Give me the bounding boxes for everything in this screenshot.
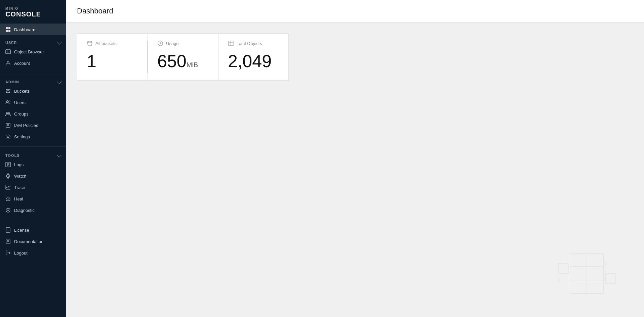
svg-point-12 [8, 112, 10, 114]
svg-point-28 [6, 208, 10, 212]
sidebar-item-iam-policies-label: IAM Policies [14, 123, 38, 128]
svg-point-50 [557, 279, 560, 281]
svg-rect-22 [7, 174, 9, 174]
sidebar-section-admin-header: ADMIN [0, 77, 66, 85]
usage-icon [157, 40, 163, 46]
all-buckets-label: All buckets [95, 41, 117, 46]
total-objects-icon [228, 40, 234, 46]
svg-rect-40 [229, 41, 233, 46]
groups-icon [5, 111, 11, 117]
divider-tools [0, 146, 66, 147]
sidebar-item-logout[interactable]: Logout [0, 247, 66, 259]
sidebar: MIN|O CONSOLE Dashboard USER [0, 0, 66, 317]
svg-rect-13 [6, 123, 10, 127]
main-header: Dashboard [66, 0, 644, 22]
object-browser-icon [5, 49, 11, 54]
svg-rect-3 [8, 30, 10, 32]
users-icon [5, 100, 11, 105]
watch-icon [5, 173, 11, 179]
logout-icon [5, 250, 11, 256]
svg-point-16 [7, 136, 9, 138]
sidebar-item-buckets-label: Buckets [14, 89, 30, 94]
account-icon [5, 60, 11, 66]
card-all-buckets-title: All buckets [87, 40, 138, 46]
sidebar-item-diagnostic-label: Diagnostic [14, 208, 35, 213]
sidebar-item-documentation[interactable]: Documentation [0, 236, 66, 247]
card-usage-title: Usage [157, 40, 209, 46]
buckets-icon [5, 88, 11, 94]
sidebar-item-heal-label: Heal [14, 196, 23, 201]
sidebar-item-buckets[interactable]: Buckets [0, 85, 66, 97]
svg-point-7 [7, 61, 9, 63]
sidebar-item-dashboard-label: Dashboard [14, 27, 36, 32]
sidebar-item-heal[interactable]: Heal [0, 193, 66, 205]
sidebar-item-dashboard[interactable]: Dashboard [0, 24, 66, 35]
svg-rect-1 [8, 27, 10, 29]
logs-icon [5, 162, 11, 167]
sidebar-item-users[interactable]: Users [0, 97, 66, 108]
card-usage: Usage 650MiB [148, 33, 218, 81]
main-body: All buckets 1 Usage [66, 22, 644, 317]
watermark [550, 243, 624, 304]
admin-section-label: ADMIN [5, 80, 19, 84]
license-icon [5, 227, 11, 233]
sidebar-item-groups-label: Groups [14, 111, 29, 117]
sidebar-section-user-header: USER [0, 38, 66, 46]
cards-row: All buckets 1 Usage [77, 33, 633, 81]
sidebar-item-license[interactable]: License [0, 224, 66, 236]
usage-unit: MiB [187, 61, 198, 69]
sidebar-section-user: USER Object Browser Account [0, 35, 66, 72]
sidebar-item-settings[interactable]: Settings [0, 131, 66, 142]
svg-point-49 [604, 262, 607, 265]
divider-admin [0, 73, 66, 73]
sidebar-item-groups[interactable]: Groups [0, 108, 66, 120]
iam-policies-icon [5, 123, 11, 128]
tools-section-label: TOOLS [5, 153, 20, 157]
divider-bottom [0, 220, 66, 220]
user-section-chevron [57, 40, 62, 44]
usage-value: 650MiB [157, 52, 209, 71]
user-section-label: USER [5, 41, 17, 45]
total-objects-label: Total Objects [237, 41, 262, 46]
diagnostic-icon [5, 208, 11, 213]
page-title: Dashboard [77, 7, 633, 15]
sidebar-item-logs-label: Logs [14, 162, 24, 167]
sidebar-item-diagnostic[interactable]: Diagnostic [0, 205, 66, 216]
sidebar-item-settings-label: Settings [14, 134, 30, 139]
main-content: Dashboard All buckets 1 [66, 0, 644, 317]
svg-rect-47 [558, 263, 568, 273]
sidebar-item-watch-label: Watch [14, 174, 26, 179]
svg-rect-2 [6, 30, 8, 32]
trace-icon [5, 185, 11, 190]
sidebar-item-trace[interactable]: Trace [0, 182, 66, 193]
card-all-buckets: All buckets 1 [77, 33, 148, 81]
svg-rect-48 [605, 273, 615, 283]
sidebar-item-logs[interactable]: Logs [0, 159, 66, 170]
sidebar-item-watch[interactable]: Watch [0, 170, 66, 182]
sidebar-item-license-label: License [14, 228, 29, 233]
heal-icon [5, 196, 11, 201]
sidebar-item-account-label: Account [14, 61, 30, 66]
sidebar-section-admin: ADMIN Buckets Users [0, 75, 66, 145]
logo-main: CONSOLE [5, 10, 61, 18]
sidebar-item-iam-policies[interactable]: IAM Policies [0, 120, 66, 131]
admin-section-chevron [57, 79, 62, 84]
logo-subtext: MIN|O [5, 7, 61, 10]
sidebar-item-account[interactable]: Account [0, 57, 66, 69]
sidebar-bottom-section: License Documentation Logout [0, 222, 66, 261]
settings-icon [5, 134, 11, 139]
svg-rect-23 [7, 178, 9, 178]
sidebar-item-trace-label: Trace [14, 185, 25, 190]
svg-point-10 [9, 101, 10, 102]
sidebar-item-logout-label: Logout [14, 251, 28, 256]
tools-section-chevron [57, 152, 62, 157]
documentation-icon [5, 239, 11, 244]
dashboard-icon [5, 27, 11, 32]
sidebar-section-tools: TOOLS Logs [0, 148, 66, 219]
svg-rect-0 [6, 27, 8, 29]
sidebar-logo: MIN|O CONSOLE [0, 0, 66, 24]
sidebar-item-documentation-label: Documentation [14, 239, 43, 244]
sidebar-item-users-label: Users [14, 100, 26, 105]
card-total-objects-title: Total Objects [228, 40, 279, 46]
sidebar-item-object-browser[interactable]: Object Browser [0, 46, 66, 57]
